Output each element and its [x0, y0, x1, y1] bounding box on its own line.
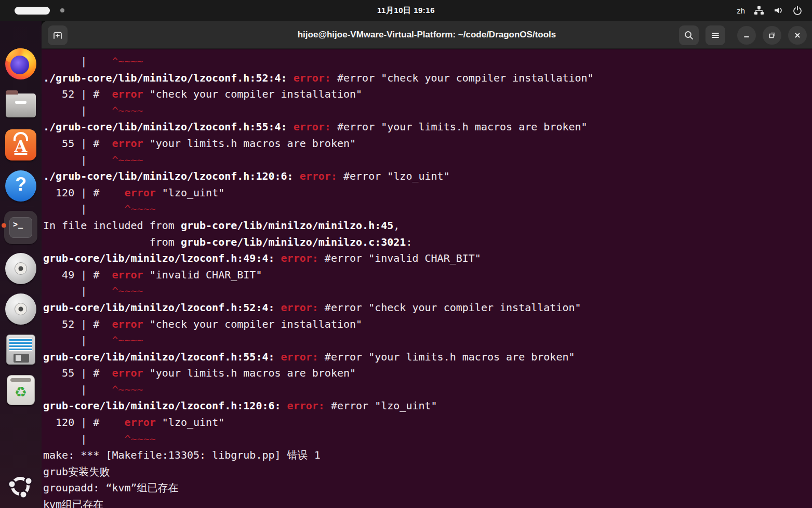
terminal-line: grub-core/lib/minilzo/lzoconf.h:120:6: e…: [43, 398, 812, 415]
hamburger-menu-icon: [710, 30, 721, 41]
menu-button[interactable]: [705, 25, 725, 45]
terminal-line: 49 | # error "invalid CHAR_BIT": [43, 267, 812, 284]
restore-icon: [768, 31, 776, 39]
terminal-prompt-glyph: >_: [9, 217, 32, 238]
search-button[interactable]: [679, 25, 699, 45]
terminal-line: 120 | # error "lzo_uint": [43, 415, 812, 431]
dock: A >_: [0, 21, 42, 508]
firefox-globe: [10, 56, 29, 74]
terminal-line: In file included from grub-core/lib/mini…: [43, 218, 812, 234]
dock-item-files[interactable]: [0, 89, 42, 117]
workspace-dot[interactable]: [60, 8, 64, 12]
close-icon: [793, 31, 802, 39]
terminal-line: 55 | # error "your limits.h macros are b…: [43, 365, 812, 382]
terminal-window: hijoe@hijoe-VMware-Virtual-Platform: ~/c…: [42, 21, 812, 508]
restore-button[interactable]: [763, 26, 781, 45]
ubuntu-logo: [5, 471, 36, 502]
terminal-line: grub-core/lib/minilzo/lzoconf.h:52:4: er…: [43, 300, 812, 316]
disc-icon: [5, 293, 36, 325]
dock-item-trash[interactable]: [0, 375, 42, 405]
dock-item-floppy[interactable]: [0, 335, 42, 365]
terminal-line: 120 | # error "lzo_uint": [43, 185, 812, 202]
floppy-disk-icon: [6, 335, 35, 365]
app-center-icon: A: [5, 129, 36, 161]
clock[interactable]: 11月10日 19:16: [377, 0, 435, 21]
terminal-line: | ^~~~~: [43, 283, 812, 300]
terminal-line: from grub-core/lib/minilzo/minilzo.c:302…: [43, 234, 812, 251]
floppy-shutter: [14, 354, 29, 363]
wired-network-icon[interactable]: [754, 5, 764, 16]
terminal-line: kvm组已存在: [43, 497, 812, 508]
terminal-line: grub安装失败: [43, 464, 812, 480]
dock-item-disc-1[interactable]: [0, 253, 42, 284]
desktop: 11月10日 19:16 zh: [0, 0, 812, 508]
dock-item-help[interactable]: [0, 170, 42, 202]
minimize-icon: [742, 31, 751, 39]
minimize-button[interactable]: [737, 26, 756, 45]
workspace-indicator[interactable]: [15, 0, 64, 21]
terminal-running-indicator: [2, 223, 6, 228]
trash-icon: [7, 375, 35, 405]
terminal-output[interactable]: | ^~~~~./grub-core/lib/minilzo/lzoconf.h…: [42, 49, 812, 508]
search-icon: [684, 30, 694, 41]
terminal-line: 52 | # error "check your compiler instal…: [43, 316, 812, 333]
floppy-label: [9, 337, 33, 352]
terminal-line: 55 | # error "your limits.h macros are b…: [43, 136, 812, 152]
close-button[interactable]: [788, 26, 807, 45]
terminal-line: | ^~~~~: [43, 152, 812, 169]
terminal-line: | ^~~~~: [43, 54, 812, 70]
power-icon[interactable]: [792, 5, 803, 16]
dock-item-app-center[interactable]: A: [0, 129, 42, 161]
terminal-line: 52 | # error "check your compiler instal…: [43, 86, 812, 103]
terminal-line: | ^~~~~: [43, 431, 812, 448]
dock-item-disc-2[interactable]: [0, 293, 42, 325]
help-question-icon: [5, 170, 36, 202]
app-center-letter: A: [5, 137, 36, 156]
terminal-line: | ^~~~~: [43, 382, 812, 398]
workspace-pill-current[interactable]: [15, 7, 50, 15]
terminal-line: make: *** [Makefile:13305: libgrub.pp] 错…: [43, 447, 812, 464]
terminal-line: groupadd: “kvm”组已存在: [43, 480, 812, 497]
volume-icon[interactable]: [773, 5, 783, 16]
disc-icon: [5, 253, 36, 284]
terminal-line: grub-core/lib/minilzo/lzoconf.h:55:4: er…: [43, 349, 812, 366]
terminal-line: ./grub-core/lib/minilzo/lzoconf.h:120:6:…: [43, 168, 812, 185]
firefox-icon: [5, 48, 36, 79]
top-bar: 11月10日 19:16 zh: [0, 0, 812, 21]
floppy-notch: [16, 355, 21, 361]
title-bar[interactable]: hijoe@hijoe-VMware-Virtual-Platform: ~/c…: [42, 21, 812, 49]
system-status-area[interactable]: zh: [737, 0, 803, 21]
dock-separator: [7, 207, 34, 207]
terminal-line: ./grub-core/lib/minilzo/lzoconf.h:52:4: …: [43, 70, 812, 87]
terminal-line: ./grub-core/lib/minilzo/lzoconf.h:55:4: …: [43, 119, 812, 136]
dock-item-firefox[interactable]: [0, 48, 42, 79]
terminal-icon: >_: [4, 211, 37, 244]
terminal-line: | ^~~~~: [43, 201, 812, 218]
dock-item-terminal[interactable]: >_: [0, 211, 42, 244]
files-folder-icon: [6, 93, 36, 117]
input-method-indicator[interactable]: zh: [737, 6, 745, 15]
terminal-line: | ^~~~~: [43, 332, 812, 349]
terminal-line: | ^~~~~: [43, 103, 812, 119]
terminal-line: grub-core/lib/minilzo/lzoconf.h:49:4: er…: [43, 250, 812, 267]
